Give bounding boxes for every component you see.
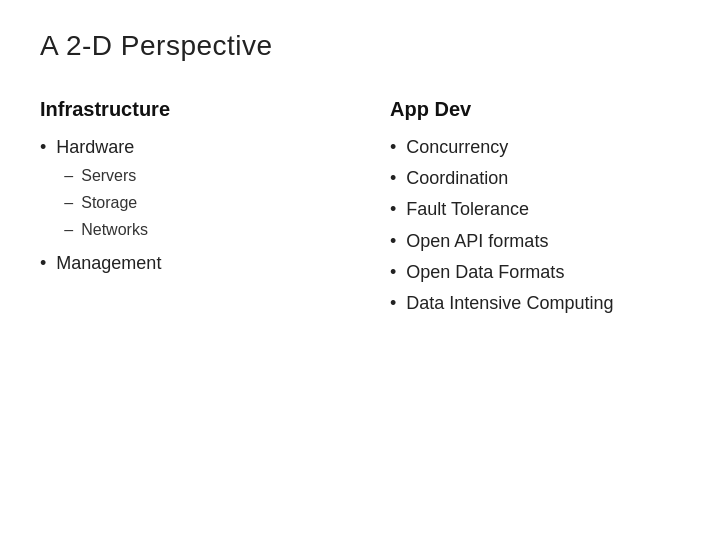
list-item-coordination: • Coordination [390,166,680,191]
bullet-icon: • [40,135,46,160]
management-label: Management [56,251,161,276]
list-item-concurrency: • Concurrency [390,135,680,160]
bullet-icon: • [40,251,46,276]
coordination-label: Coordination [406,166,508,191]
open-api-label: Open API formats [406,229,548,254]
main-content: Infrastructure • Hardware – Servers – St… [40,98,680,322]
appdev-list: • Concurrency • Coordination • Fault Tol… [390,135,680,316]
bullet-icon: • [390,291,396,316]
storage-label: Storage [81,191,137,215]
appdev-column: App Dev • Concurrency • Coordination • F… [390,98,680,322]
bullet-icon: • [390,166,396,191]
list-item-fault-tolerance: • Fault Tolerance [390,197,680,222]
sub-item-networks: – Networks [64,218,148,242]
list-item-data-intensive: • Data Intensive Computing [390,291,680,316]
list-item-hardware: • Hardware – Servers – Storage – [40,135,330,245]
hardware-subitems: – Servers – Storage – Networks [64,164,148,242]
sub-item-servers: – Servers [64,164,148,188]
dash-icon: – [64,218,73,242]
appdev-header: App Dev [390,98,680,121]
fault-tolerance-label: Fault Tolerance [406,197,529,222]
hardware-label: Hardware [56,137,134,157]
servers-label: Servers [81,164,136,188]
list-item-open-api: • Open API formats [390,229,680,254]
bullet-icon: • [390,197,396,222]
dash-icon: – [64,191,73,215]
infrastructure-column: Infrastructure • Hardware – Servers – St… [40,98,330,282]
networks-label: Networks [81,218,148,242]
open-data-label: Open Data Formats [406,260,564,285]
sub-item-storage: – Storage [64,191,148,215]
bullet-icon: • [390,260,396,285]
list-item-open-data: • Open Data Formats [390,260,680,285]
infrastructure-header: Infrastructure [40,98,330,121]
concurrency-label: Concurrency [406,135,508,160]
dash-icon: – [64,164,73,188]
infrastructure-list: • Hardware – Servers – Storage – [40,135,330,276]
list-item-management: • Management [40,251,330,276]
data-intensive-label: Data Intensive Computing [406,291,613,316]
bullet-icon: • [390,229,396,254]
page-title: A 2-D Perspective [40,30,680,62]
bullet-icon: • [390,135,396,160]
